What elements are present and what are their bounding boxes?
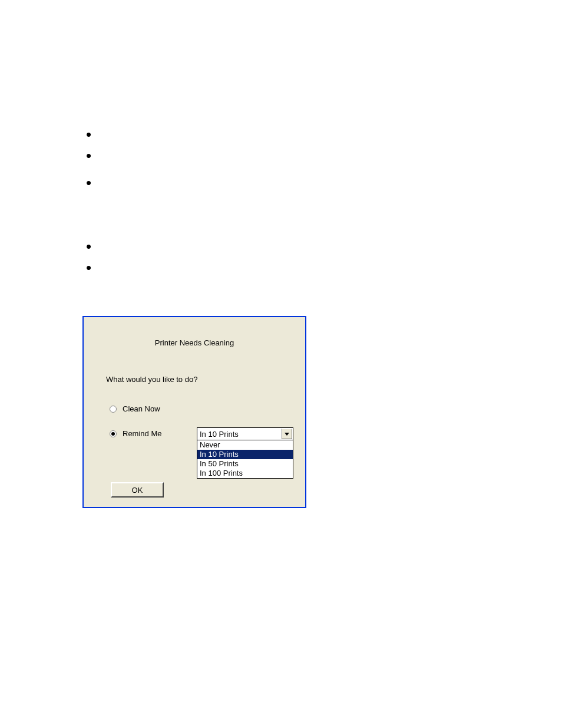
dropdown-option[interactable]: In 10 Prints	[197, 450, 293, 459]
dropdown-list: Never In 10 Prints In 50 Prints In 100 P…	[197, 440, 293, 479]
bullet-item	[82, 131, 480, 152]
remind-interval-dropdown[interactable]: In 10 Prints Never In 10 Prints In 50 Pr…	[197, 427, 293, 479]
dialog-question: What would you like to do?	[106, 375, 197, 384]
radio-icon	[110, 430, 117, 437]
dropdown-selected-value: In 10 Prints	[200, 430, 239, 439]
option-clean-now[interactable]: Clean Now	[110, 404, 160, 413]
bullet-item	[82, 243, 480, 264]
dropdown-button[interactable]	[282, 429, 292, 439]
option-remind-me[interactable]: Remind Me	[110, 429, 161, 438]
dialog-container: Printer Needs Cleaning What would you li…	[82, 285, 480, 508]
dialog-title: Printer Needs Cleaning	[84, 317, 305, 347]
dropdown-option[interactable]: In 50 Prints	[197, 459, 293, 469]
document-page: Printer Needs Cleaning What would you li…	[0, 0, 562, 508]
dropdown-option[interactable]: Never	[197, 440, 293, 450]
ok-button[interactable]: OK	[111, 482, 164, 498]
bullet-item	[82, 179, 480, 200]
ok-button-label: OK	[132, 486, 143, 495]
bullet-group-1	[82, 0, 480, 200]
bullet-item	[82, 152, 480, 179]
dropdown-option[interactable]: In 100 Prints	[197, 469, 293, 478]
chevron-down-icon	[285, 433, 289, 436]
cleaning-reminder-dialog: Printer Needs Cleaning What would you li…	[82, 316, 306, 508]
bullet-item	[82, 264, 480, 285]
bullet-group-2	[82, 200, 480, 285]
dropdown-display[interactable]: In 10 Prints	[197, 427, 293, 440]
radio-icon	[110, 406, 117, 413]
option-label: Remind Me	[123, 429, 161, 438]
option-label: Clean Now	[123, 404, 160, 413]
